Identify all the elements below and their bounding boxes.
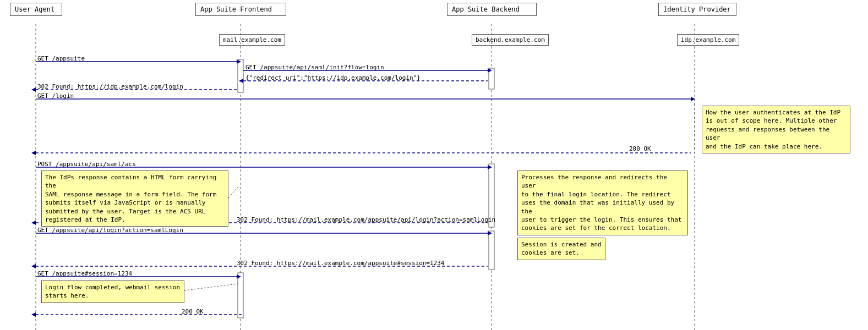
msg-label-6: 200 OK [629,145,651,152]
svg-marker-22 [488,165,492,169]
svg-marker-12 [488,68,492,73]
note-login-complete-text: Login flow completed, webmail session st… [45,284,180,299]
msg-label-8: 302 Found: https://mail.example.com/apps… [237,216,495,223]
msg-label-4: 302 Found: https://idp.example.com/login [37,83,183,90]
note-login-complete: Login flow completed, webmail session st… [41,280,184,303]
sequence-diagram: User Agent App Suite Frontend App Suite … [0,0,868,330]
msg-label-2: GET /appsuite/api/saml/init?flow=login [245,64,384,71]
svg-marker-24 [31,221,36,225]
note-session-text: Session is created and cookies are set. [521,241,602,256]
note-processes: Processes the response and redirects the… [517,170,688,235]
lifeline-label-app-frontend: App Suite Frontend [200,6,272,13]
instance-label-backend: backend.example.com [476,36,545,43]
instance-label-mail: mail.example.com [223,36,281,43]
note-idps-response: The IdPs response contains a HTML form c… [41,170,228,227]
msg-label-7: POST /appsuite/api/saml/acs [37,161,136,168]
lifeline-label-idp: Identity Provider [663,6,731,13]
lifeline-idp: Identity Provider [658,3,736,16]
svg-marker-14 [239,79,243,83]
note-session: Session is created and cookies are set. [517,238,605,260]
lifeline-label-user-agent: User Agent [15,6,54,13]
lifeline-label-app-backend: App Suite Backend [452,6,520,13]
lifeline-app-backend: App Suite Backend [447,3,537,16]
svg-rect-4 [238,59,243,92]
msg-label-9: GET /appsuite/api/login?action=samlLogin [37,227,183,234]
instance-backend: backend.example.com [472,34,549,46]
svg-marker-32 [31,312,36,317]
svg-marker-18 [691,97,695,101]
svg-rect-5 [489,68,494,89]
note-processes-text: Processes the response and redirects the… [521,174,681,232]
msg-label-5: GET /login [37,92,74,100]
svg-marker-10 [237,59,241,64]
svg-marker-30 [237,274,241,279]
note-idp-scope-text: How the user authenticates at the IdP is… [706,109,840,150]
msg-label-10: 302 Found: https://mail.example.com/apps… [237,260,445,267]
lifeline-user-agent: User Agent [10,3,62,16]
svg-rect-6 [238,273,243,318]
svg-marker-20 [31,151,36,155]
svg-line-33 [228,187,238,198]
svg-line-34 [184,284,238,290]
msg-label-1: GET /appsuite [37,55,85,62]
instance-label-idp: idp.example.com [681,36,735,43]
lifeline-app-frontend: App Suite Frontend [195,3,286,16]
instance-idp: idp.example.com [677,34,739,46]
note-idps-response-text: The IdPs response contains a HTML form c… [45,174,216,223]
svg-rect-8 [489,231,494,270]
msg-label-3: {"redirect_uri":"https://idp.example.com… [245,74,421,81]
svg-marker-16 [31,87,36,92]
svg-marker-28 [31,264,36,268]
msg-label-11: GET /appsuite#session=1234 [37,270,132,277]
instance-mail: mail.example.com [219,34,285,46]
msg-label-12: 200 OK [182,308,204,315]
svg-marker-26 [488,231,492,235]
note-idp-scope: How the user authenticates at the IdP is… [702,106,850,153]
